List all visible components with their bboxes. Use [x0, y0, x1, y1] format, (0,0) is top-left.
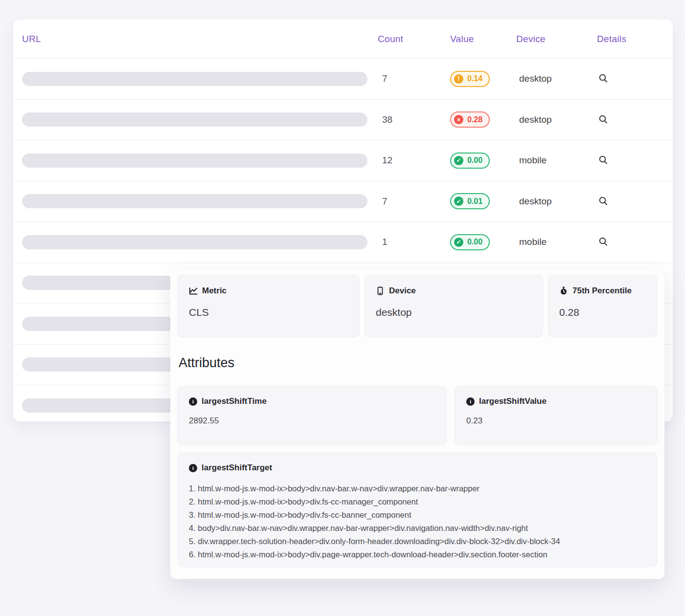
- info-icon: i: [189, 464, 197, 472]
- count-value: 1: [378, 237, 450, 247]
- target-selector-item: 6. html.w-mod-js.w-mod-ix>body>div.page-…: [189, 548, 646, 561]
- metric-card-label: Metric: [202, 286, 227, 296]
- details-cell: [597, 154, 673, 167]
- search-icon[interactable]: [597, 235, 610, 248]
- target-selector-list: 1. html.w-mod-js.w-mod-ix>body>div.nav-b…: [189, 482, 646, 561]
- details-panel: Metric CLS Device desktop: [170, 269, 664, 579]
- largest-shift-target-label-row: i largestShiftTarget: [189, 463, 646, 473]
- status-icon: ×: [454, 115, 463, 124]
- url-skeleton: [22, 235, 367, 249]
- url-skeleton: [22, 72, 367, 86]
- stopwatch-icon: [559, 286, 568, 295]
- value-cell: ! 0.14: [450, 71, 516, 87]
- percentile-card: 75th Percentile 0.28: [548, 275, 657, 337]
- value-text: 0.28: [467, 116, 482, 124]
- value-badge: ✓ 0.01: [450, 193, 490, 209]
- details-cell: [597, 113, 673, 127]
- table-row: 12 ✓ 0.00 mobile: [13, 140, 673, 181]
- table-row: 1 ✓ 0.00 mobile: [13, 222, 673, 263]
- largest-shift-time-card: i largestShiftTime 2892.55: [178, 386, 446, 444]
- largest-shift-value-label-row: i largestShiftValue: [466, 396, 646, 406]
- largest-shift-time-label: largestShiftTime: [202, 396, 267, 406]
- device-value: mobile: [516, 237, 597, 247]
- attributes-title: Attributes: [179, 355, 657, 371]
- search-icon[interactable]: [597, 154, 610, 166]
- value-text: 0.00: [467, 238, 482, 246]
- search-icon[interactable]: [597, 195, 610, 207]
- metric-card: Metric CLS: [178, 275, 360, 337]
- url-cell: [22, 72, 378, 86]
- value-text: 0.00: [467, 156, 482, 164]
- smartphone-icon: [376, 286, 385, 295]
- device-card-value: desktop: [376, 307, 532, 318]
- column-header-details: Details: [597, 34, 673, 44]
- target-selector-item: 5. div.wrapper.tech-solution-header>div.…: [189, 535, 646, 548]
- device-card: Device desktop: [365, 275, 543, 337]
- metric-card-label-row: Metric: [189, 286, 348, 296]
- value-cell: ✓ 0.00: [450, 153, 516, 169]
- count-value: 12: [378, 155, 450, 166]
- info-icon: i: [189, 397, 197, 406]
- url-cell: [22, 194, 378, 208]
- column-header-value: Value: [450, 34, 516, 44]
- value-badge: ! 0.14: [450, 71, 490, 87]
- details-cell: [597, 195, 673, 208]
- largest-shift-value-card: i largestShiftValue 0.23: [455, 386, 657, 444]
- value-cell: ✓ 0.00: [450, 234, 516, 250]
- status-icon: !: [454, 74, 463, 84]
- table-row: 7 ✓ 0.01 desktop: [13, 181, 673, 222]
- count-value: 7: [378, 196, 450, 207]
- target-selector-item: 1. html.w-mod-js.w-mod-ix>body>div.nav-b…: [189, 482, 646, 495]
- details-cell: [597, 72, 673, 86]
- device-value: desktop: [516, 73, 597, 84]
- table-header-row: URL Count Value Device Details: [13, 20, 673, 59]
- attribute-cards: i largestShiftTime 2892.55 i largestShif…: [178, 386, 657, 444]
- device-value: mobile: [516, 155, 597, 166]
- largest-shift-target-card: i largestShiftTarget 1. html.w-mod-js.w-…: [178, 452, 657, 567]
- url-cell: [22, 154, 378, 168]
- target-selector-item: 3. html.w-mod-js.w-mod-ix>body>div.fs-cc…: [189, 508, 646, 522]
- table-row: 38 × 0.28 desktop: [13, 100, 673, 141]
- value-text: 0.14: [467, 75, 482, 83]
- column-header-count: Count: [378, 34, 450, 44]
- url-cell: [22, 235, 378, 249]
- device-card-label: Device: [389, 286, 416, 296]
- metric-card-value: CLS: [189, 307, 348, 318]
- value-badge: × 0.28: [450, 111, 490, 128]
- largest-shift-target-label: largestShiftTarget: [202, 463, 272, 473]
- value-cell: ✓ 0.01: [450, 193, 516, 209]
- search-icon[interactable]: [597, 72, 610, 85]
- value-badge: ✓ 0.00: [450, 153, 490, 169]
- device-value: desktop: [516, 196, 597, 207]
- count-value: 38: [378, 114, 450, 125]
- url-skeleton: [22, 112, 367, 127]
- target-selector-item: 2. html.w-mod-js.w-mod-ix>body>div.fs-cc…: [189, 495, 646, 508]
- info-icon: i: [466, 397, 475, 406]
- page-background: URL Count Value Device Details 7 ! 0.14 …: [0, 0, 685, 616]
- column-header-url: URL: [22, 34, 378, 44]
- summary-cards: Metric CLS Device desktop: [178, 275, 657, 337]
- value-text: 0.01: [467, 198, 482, 205]
- largest-shift-time-label-row: i largestShiftTime: [189, 396, 435, 406]
- url-skeleton: [22, 194, 367, 208]
- search-icon[interactable]: [597, 113, 610, 126]
- device-value: desktop: [516, 114, 597, 125]
- url-cell: [22, 112, 378, 127]
- target-selector-item: 4. body>div.nav-bar.w-nav>div.wrapper.na…: [189, 522, 646, 535]
- largest-shift-value-value: 0.23: [466, 416, 646, 426]
- percentile-card-value: 0.28: [559, 307, 646, 318]
- line-chart-icon: [189, 286, 198, 295]
- status-icon: ✓: [454, 238, 463, 247]
- device-card-label-row: Device: [376, 286, 532, 296]
- largest-shift-time-value: 2892.55: [189, 416, 435, 426]
- count-value: 7: [378, 73, 450, 84]
- table-row: 7 ! 0.14 desktop: [13, 59, 673, 100]
- largest-shift-value-label: largestShiftValue: [479, 396, 547, 406]
- status-icon: ✓: [454, 197, 463, 206]
- value-cell: × 0.28: [450, 111, 516, 128]
- details-cell: [597, 235, 673, 249]
- percentile-card-label: 75th Percentile: [572, 286, 632, 296]
- column-header-device: Device: [516, 34, 597, 44]
- percentile-card-label-row: 75th Percentile: [559, 286, 646, 296]
- url-skeleton: [22, 154, 367, 168]
